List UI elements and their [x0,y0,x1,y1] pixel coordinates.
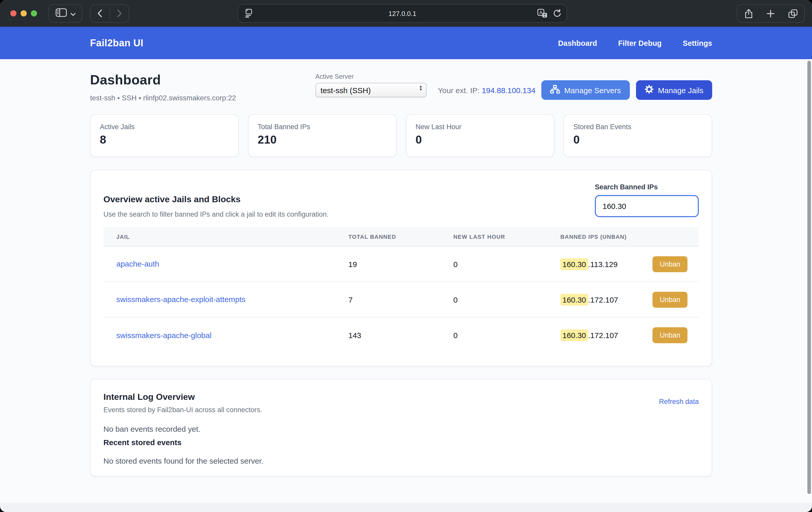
stat-card-active-jails: Active Jails 8 [90,114,239,157]
jail-link[interactable]: swissmakers-apache-exploit-attempts [116,295,245,304]
ip-rest: .172.107 [588,331,618,340]
page-bottom-strip [0,503,812,512]
back-button[interactable] [91,5,109,22]
total-banned-value: 143 [336,331,441,340]
internal-log-card: Internal Log Overview Events stored by F… [90,379,712,477]
history-nav-group [90,4,129,23]
svg-text:A: A [539,10,542,15]
stat-label: Total Banned IPs [258,123,387,131]
address-bar[interactable]: 127.0.0.1 A [238,4,567,23]
stat-label: Stored Ban Events [574,123,703,131]
minimize-window-button[interactable] [21,10,27,17]
url-text: 127.0.0.1 [238,5,567,22]
new-last-hour-value: 0 [441,295,549,304]
external-ip-label: Your ext. IP: [438,86,480,95]
share-button[interactable] [737,8,760,18]
nav-link-dashboard[interactable]: Dashboard [558,39,597,47]
banned-ip: 160.30.172.107 [560,331,618,340]
total-banned-value: 7 [336,295,441,304]
column-header-total-banned: Total Banned [336,233,441,239]
manage-servers-label: Manage Servers [564,86,621,94]
overview-title: Overview active Jails and Blocks [104,195,328,205]
stat-value: 0 [574,133,703,147]
sidebar-icon [55,8,67,19]
sitemap-icon [550,85,560,95]
page-title: Dashboard [90,72,236,88]
external-ip: Your ext. IP: 194.88.100.134 [438,86,535,95]
table-row: swissmakers-apache-exploit-attempts 7 0 … [104,282,699,317]
close-window-button[interactable] [10,10,17,17]
stat-value: 8 [100,133,229,147]
ip-match-highlight: 160.30 [560,293,588,305]
unban-button[interactable]: Unban [652,327,688,343]
scrollbar-thumb[interactable] [807,61,811,494]
recent-stored-events-heading: Recent stored events [104,438,699,447]
app-brand: Fail2ban UI [90,37,143,49]
new-tab-button[interactable] [760,9,782,17]
nav-links: Dashboard Filter Debug Settings [558,39,712,47]
table-row: apache-auth 19 0 160.30.113.129 Unban [104,247,699,282]
column-header-banned-ips: Banned IPs (Unban) [549,233,699,239]
total-banned-value: 19 [336,260,441,268]
ip-rest: .172.107 [588,295,618,304]
overview-description: Use the search to filter banned IPs and … [104,210,328,218]
ip-match-highlight: 160.30 [560,329,588,341]
manage-jails-button[interactable]: Manage Jails [636,80,712,100]
jails-table: Jail Total Banned New Last Hour Banned I… [104,227,699,353]
stat-card-stored-ban-events: Stored Ban Events 0 [564,114,713,157]
refresh-data-link[interactable]: Refresh data [659,398,699,405]
nav-link-settings[interactable]: Settings [683,39,712,47]
forward-button[interactable] [110,5,128,22]
internal-log-description: Events stored by Fail2ban-UI across all … [104,406,262,414]
toolbar-right-group [737,4,805,23]
stat-card-total-banned: Total Banned IPs 210 [248,114,397,157]
page-subtitle: test-ssh • SSH • rlinfp02.swissmakers.co… [90,94,236,102]
overview-card: Overview active Jails and Blocks Use the… [90,170,712,366]
ip-rest: .113.129 [588,260,618,268]
page-header: Dashboard test-ssh • SSH • rlinfp02.swis… [90,72,712,102]
active-server-select[interactable]: test-ssh (SSH) [315,83,427,97]
new-last-hour-value: 0 [441,260,549,268]
nav-link-filter-debug[interactable]: Filter Debug [618,39,662,47]
no-stored-events-text: No stored events found for the selected … [104,456,699,465]
column-header-new-last-hour: New Last Hour [441,233,549,239]
jail-link[interactable]: swissmakers-apache-global [116,331,211,339]
manage-jails-label: Manage Jails [658,86,703,94]
banned-ip: 160.30.172.107 [560,295,618,304]
unban-button[interactable]: Unban [652,256,688,272]
browser-window: 127.0.0.1 A [0,0,812,512]
zoom-window-button[interactable] [31,10,37,17]
stat-value: 0 [415,133,545,147]
translate-icon[interactable]: A [537,9,548,21]
stat-cards: Active Jails 8 Total Banned IPs 210 New … [90,114,712,157]
chevron-down-icon [70,9,76,18]
traffic-lights [10,10,37,17]
app-navbar: Fail2ban UI Dashboard Filter Debug Setti… [0,27,812,59]
reload-icon[interactable] [553,9,561,21]
active-server-field: Active Server test-ssh (SSH) ▲▼ [315,72,427,97]
table-row: swissmakers-apache-global 143 0 160.30.1… [104,317,699,353]
stat-label: Active Jails [100,123,229,131]
browser-chrome: 127.0.0.1 A [0,0,812,27]
ip-match-highlight: 160.30 [560,258,588,270]
stat-value: 210 [258,133,387,147]
jail-link[interactable]: apache-auth [116,259,159,268]
stat-label: New Last Hour [415,123,545,131]
new-last-hour-value: 0 [441,331,549,340]
tab-overview-button[interactable] [782,9,804,18]
internal-log-title: Internal Log Overview [104,392,262,402]
page-body: Dashboard test-ssh • SSH • rlinfp02.swis… [0,59,812,512]
external-ip-link[interactable]: 194.88.100.134 [482,86,536,95]
search-banned-ips-label: Search Banned IPs [595,183,699,191]
banned-ip: 160.30.113.129 [560,260,617,268]
jails-table-header: Jail Total Banned New Last Hour Banned I… [104,227,699,247]
unban-button[interactable]: Unban [652,291,688,308]
column-header-jail: Jail [104,233,336,239]
manage-servers-button[interactable]: Manage Servers [541,80,630,100]
stat-card-new-last-hour: New Last Hour 0 [406,114,554,157]
active-server-label: Active Server [315,73,427,80]
gear-icon [644,85,653,95]
sidebar-toggle-button[interactable] [48,4,82,23]
search-banned-ips-input[interactable] [595,195,699,217]
no-ban-events-text: No ban events recorded yet. [104,425,699,433]
